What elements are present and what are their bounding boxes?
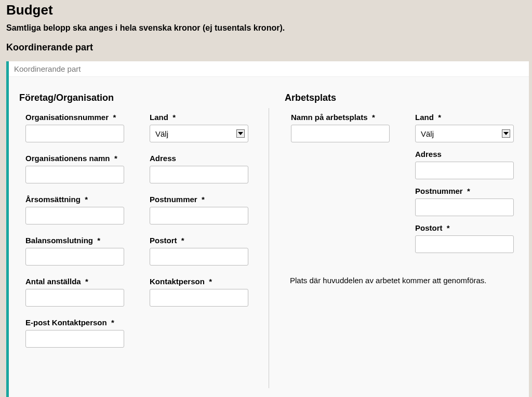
- workplace-country-label: Land *: [415, 113, 518, 122]
- required-asterisk: *: [202, 195, 205, 204]
- org-city-label-text: Postort: [150, 236, 177, 245]
- workplace-address-field: Adress: [415, 150, 518, 179]
- workplace-right-column: Land * Välj Adress: [415, 113, 518, 260]
- workplace-city-label-text: Postort: [415, 223, 443, 232]
- org-country-value: Välj: [155, 129, 168, 138]
- required-asterisk: *: [438, 113, 441, 122]
- section-heading: Koordinerande part: [6, 42, 526, 53]
- workplace-country-label-text: Land: [415, 113, 434, 122]
- workplace-group-title: Arbetsplats: [285, 92, 518, 103]
- organisation-left-column: Organisationsnummer * Organisationens na…: [25, 113, 129, 359]
- workplace-country-value: Välj: [421, 129, 434, 138]
- turnover-label: Årsomsättning *: [25, 195, 129, 204]
- employees-input[interactable]: [25, 289, 124, 307]
- workplace-name-label-text: Namn på arbetsplats: [291, 113, 368, 122]
- workplace-left-column: Namn på arbetsplats *: [291, 113, 394, 260]
- required-asterisk: *: [372, 113, 375, 122]
- balance-field: Balansomslutning *: [25, 236, 129, 266]
- organisation-right-column: Land * Välj Adress: [150, 113, 253, 359]
- turnover-field: Årsomsättning *: [25, 195, 129, 224]
- chevron-down-icon: [502, 129, 510, 138]
- orgnr-label-text: Organisationsnummer: [25, 113, 109, 122]
- orgname-label-text: Organisationens namn: [25, 154, 110, 163]
- workplace-postcode-label: Postnummer *: [415, 187, 518, 195]
- workplace-city-label: Postort *: [415, 223, 518, 232]
- org-country-label-text: Land: [150, 113, 168, 122]
- required-asterisk: *: [113, 113, 116, 122]
- page-subtitle: Samtliga belopp ska anges i hela svenska…: [6, 23, 526, 33]
- orgnr-label: Organisationsnummer *: [25, 113, 129, 122]
- required-asterisk: *: [447, 223, 450, 232]
- workplace-address-label: Adress: [415, 150, 518, 158]
- workplace-country-field: Land * Välj: [415, 113, 518, 142]
- contact-email-label-text: E-post Kontaktperson: [25, 318, 107, 327]
- coordinating-party-panel: Koordinerande part Företag/Organisation …: [6, 61, 529, 397]
- balance-input[interactable]: [25, 248, 124, 266]
- chevron-down-icon: [236, 129, 245, 138]
- org-address-field: Adress: [150, 154, 253, 183]
- orgname-field: Organisationens namn *: [25, 154, 129, 183]
- contact-email-input[interactable]: [25, 330, 124, 348]
- required-asterisk: *: [209, 277, 212, 286]
- workplace-country-select[interactable]: Välj: [415, 125, 514, 142]
- workplace-name-field: Namn på arbetsplats *: [291, 113, 394, 142]
- org-country-select[interactable]: Välj: [150, 125, 248, 142]
- required-asterisk: *: [111, 318, 114, 327]
- org-address-input[interactable]: [150, 166, 248, 183]
- org-city-label: Postort *: [150, 236, 253, 245]
- workplace-postcode-field: Postnummer *: [415, 187, 518, 216]
- workplace-city-input[interactable]: [415, 235, 514, 253]
- org-contact-input[interactable]: [150, 289, 248, 307]
- organisation-group: Företag/Organisation Organisationsnummer…: [19, 92, 253, 388]
- workplace-note: Plats där huvuddelen av arbetet kommer a…: [285, 260, 518, 285]
- required-asterisk: *: [172, 113, 176, 122]
- orgnr-field: Organisationsnummer *: [25, 113, 129, 142]
- required-asterisk: *: [467, 187, 470, 195]
- turnover-label-text: Årsomsättning: [25, 195, 81, 204]
- org-address-label: Adress: [150, 154, 253, 163]
- balance-label: Balansomslutning *: [25, 236, 129, 245]
- svg-marker-1: [503, 132, 509, 135]
- org-contact-field: Kontaktperson *: [150, 277, 253, 307]
- employees-field: Antal anställda *: [25, 277, 129, 307]
- contact-email-field: E-post Kontaktperson *: [25, 318, 129, 348]
- workplace-postcode-label-text: Postnummer: [415, 187, 463, 195]
- employees-label: Antal anställda *: [25, 277, 129, 286]
- balance-label-text: Balansomslutning: [25, 236, 93, 245]
- orgnr-input[interactable]: [25, 125, 124, 142]
- orgname-label: Organisationens namn *: [25, 154, 129, 163]
- org-contact-label-text: Kontaktperson: [150, 277, 205, 286]
- required-asterisk: *: [85, 277, 88, 286]
- employees-label-text: Antal anställda: [25, 277, 81, 286]
- workplace-group: Arbetsplats Namn på arbetsplats *: [285, 92, 518, 388]
- contact-email-label: E-post Kontaktperson *: [25, 318, 129, 327]
- page-title: Budget: [6, 2, 526, 18]
- org-address-label-text: Adress: [150, 154, 176, 163]
- turnover-input[interactable]: [25, 207, 124, 224]
- org-postcode-label: Postnummer *: [150, 195, 253, 204]
- required-asterisk: *: [85, 195, 88, 204]
- organisation-group-title: Företag/Organisation: [19, 92, 253, 103]
- workplace-city-field: Postort *: [415, 223, 518, 253]
- workplace-address-input[interactable]: [415, 162, 514, 179]
- panel-header: Koordinerande part: [9, 61, 529, 77]
- org-country-label: Land *: [150, 113, 253, 122]
- orgname-input[interactable]: [25, 166, 124, 183]
- org-country-field: Land * Välj: [150, 113, 253, 142]
- vertical-divider: [269, 108, 269, 388]
- workplace-name-input[interactable]: [291, 125, 390, 142]
- required-asterisk: *: [97, 236, 100, 245]
- workplace-name-label: Namn på arbetsplats *: [291, 113, 394, 122]
- header-area: Budget Samtliga belopp ska anges i hela …: [0, 0, 532, 61]
- workplace-address-label-text: Adress: [415, 150, 442, 158]
- svg-marker-0: [238, 132, 243, 135]
- org-postcode-input[interactable]: [150, 207, 248, 224]
- org-postcode-label-text: Postnummer: [150, 195, 197, 204]
- required-asterisk: *: [114, 154, 117, 163]
- workplace-postcode-input[interactable]: [415, 198, 514, 216]
- org-contact-label: Kontaktperson *: [150, 277, 253, 286]
- org-city-input[interactable]: [150, 248, 248, 266]
- required-asterisk: *: [181, 236, 184, 245]
- org-postcode-field: Postnummer *: [150, 195, 253, 224]
- org-city-field: Postort *: [150, 236, 253, 266]
